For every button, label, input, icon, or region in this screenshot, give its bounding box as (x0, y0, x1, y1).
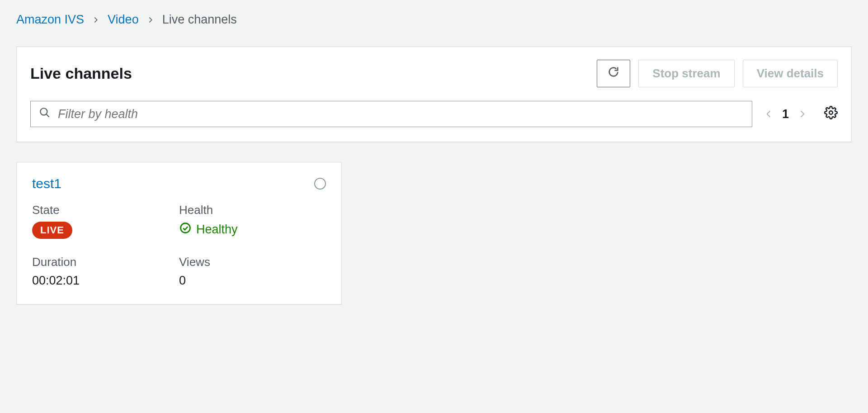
gear-icon (824, 106, 838, 123)
channel-card: test1 State LIVE Health Healthy Duration… (16, 162, 342, 304)
field-duration: Duration 00:02:01 (32, 255, 179, 288)
health-value: Healthy (179, 222, 326, 237)
state-label: State (32, 203, 179, 217)
panel-header-row: Live channels Stop stream View details (30, 60, 838, 87)
breadcrumb: Amazon IVS Video Live channels (16, 13, 852, 27)
views-label: Views (179, 255, 326, 269)
field-health: Health Healthy (179, 203, 326, 239)
refresh-button[interactable] (597, 60, 630, 87)
filter-search[interactable] (30, 101, 752, 127)
channel-name-link[interactable]: test1 (32, 176, 61, 191)
duration-label: Duration (32, 255, 179, 269)
header-panel: Live channels Stop stream View details (16, 47, 852, 142)
filter-input[interactable] (58, 107, 744, 121)
breadcrumb-link-video[interactable]: Video (108, 13, 139, 27)
stop-stream-button[interactable]: Stop stream (638, 60, 734, 87)
chevron-right-icon (147, 16, 154, 24)
select-radio[interactable] (314, 178, 326, 190)
svg-point-2 (829, 111, 833, 114)
svg-line-1 (46, 114, 49, 117)
svg-point-3 (181, 223, 190, 233)
settings-button[interactable] (824, 106, 838, 123)
panel-actions: Stop stream View details (597, 60, 838, 87)
state-badge: LIVE (32, 222, 72, 239)
duration-value: 00:02:01 (32, 274, 179, 288)
field-views: Views 0 (179, 255, 326, 288)
check-circle-icon (179, 222, 192, 237)
card-fields: State LIVE Health Healthy Duration 00:02… (32, 203, 326, 288)
breadcrumb-link-ivs[interactable]: Amazon IVS (16, 13, 84, 27)
view-details-button[interactable]: View details (743, 60, 838, 87)
page-number: 1 (782, 107, 789, 121)
breadcrumb-current: Live channels (162, 13, 237, 27)
page-title: Live channels (30, 65, 132, 82)
field-state: State LIVE (32, 203, 179, 239)
views-value: 0 (179, 274, 326, 288)
health-label: Health (179, 203, 326, 217)
pagination: 1 (764, 107, 807, 121)
refresh-icon (607, 66, 620, 81)
filter-row: 1 (30, 101, 838, 127)
health-text: Healthy (196, 223, 238, 237)
page-next-button[interactable] (798, 109, 807, 119)
page-prev-button[interactable] (764, 109, 773, 119)
svg-point-0 (40, 108, 47, 115)
chevron-right-icon (92, 16, 99, 24)
card-header: test1 (32, 176, 326, 191)
search-icon (39, 107, 51, 122)
